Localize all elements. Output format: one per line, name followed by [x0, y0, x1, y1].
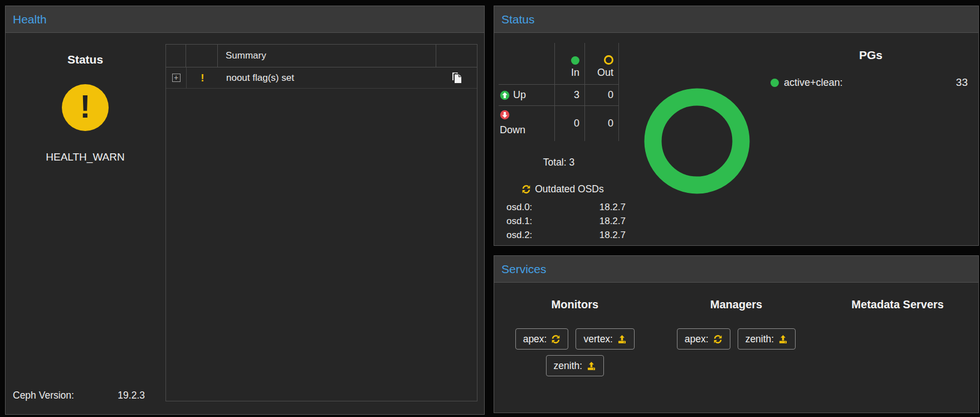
down-out-value: 0 — [584, 105, 619, 141]
refresh-icon — [551, 334, 560, 344]
health-panel-header: Health — [6, 6, 484, 33]
pgs-legend-row: active+clean: 33 — [762, 76, 980, 89]
service-badge-mgr-zenith[interactable]: zenith: — [738, 328, 796, 350]
pgs-title: PGs — [762, 49, 980, 62]
action-column-header — [436, 45, 477, 67]
service-badge-mgr-apex[interactable]: apex: — [677, 328, 730, 350]
service-badge-mon-apex[interactable]: apex: — [515, 328, 569, 350]
list-item: osd.0: 18.2.7 — [496, 200, 629, 214]
health-status-heading: Status — [6, 53, 165, 66]
health-panel: Health Status ! HEALTH_WARN Ceph Version… — [5, 6, 485, 415]
inout-in-header: In — [554, 43, 584, 84]
upload-icon — [617, 334, 627, 344]
service-badge-mon-vertex[interactable]: vertex: — [576, 328, 635, 350]
list-item: osd.1: 18.2.7 — [496, 214, 629, 228]
health-panel-title: Health — [13, 13, 47, 26]
table-row[interactable]: + ! noout flag(s) set — [166, 67, 477, 89]
upload-icon — [587, 361, 596, 371]
services-panel-body: Monitors apex: vertex: zenith: — [494, 283, 978, 413]
metadata-servers-column: Metadata Servers — [817, 283, 978, 413]
services-panel: Services Monitors apex: vertex: — [494, 255, 979, 413]
pgs-legend-value: 33 — [956, 76, 968, 89]
health-panel-body: Status ! HEALTH_WARN Ceph Version: 19.2.… — [6, 33, 484, 415]
up-out-value: 0 — [584, 84, 619, 105]
service-badge-mon-zenith[interactable]: zenith: — [546, 355, 604, 376]
services-panel-title: Services — [501, 263, 547, 276]
outdated-osds-block: Outdated OSDs osd.0: 18.2.7 osd.1: 18.2.… — [496, 183, 629, 242]
pgs-legend-label: active+clean: — [784, 77, 843, 89]
row-expand-button[interactable]: + — [166, 67, 187, 88]
upload-icon — [778, 334, 788, 344]
managers-services: apex: zenith: — [656, 328, 817, 350]
ceph-version-value: 19.2.3 — [84, 390, 145, 401]
out-ring-icon — [604, 55, 613, 65]
health-status-value: HEALTH_WARN — [6, 151, 165, 163]
inout-down-row-label: Down — [499, 105, 554, 141]
copy-button[interactable] — [436, 72, 477, 84]
metadata-servers-heading: Metadata Servers — [817, 298, 978, 311]
arrow-down-circle-icon — [500, 110, 510, 120]
monitors-services: apex: vertex: zenith: — [494, 328, 656, 376]
donut-ring — [642, 86, 752, 196]
managers-heading: Managers — [656, 298, 817, 311]
health-summary-grid: Summary + ! noout flag(s) set — [165, 44, 477, 401]
managers-column: Managers apex: zenith: — [656, 283, 817, 413]
inout-out-header: Out — [584, 43, 619, 84]
monitors-heading: Monitors — [494, 298, 656, 311]
osd-total: Total: 3 — [499, 157, 619, 168]
osd-inout-table: In Out Up 3 0 Down 0 — [499, 43, 619, 141]
severity-column-header — [186, 45, 218, 67]
in-dot-icon — [571, 56, 579, 65]
inout-corner-cell — [499, 43, 554, 84]
outdated-osds-title: Outdated OSDs — [496, 183, 629, 195]
copy-icon — [451, 72, 462, 84]
expand-column-header — [166, 45, 186, 67]
active-clean-dot-icon — [771, 79, 779, 87]
status-panel-body: In Out Up 3 0 Down 0 — [494, 33, 978, 246]
monitors-column: Monitors apex: vertex: zenith: — [494, 283, 656, 413]
services-panel-header: Services — [494, 256, 978, 283]
status-panel-header: Status — [494, 6, 978, 33]
refresh-icon — [521, 185, 531, 194]
up-in-value: 3 — [554, 84, 584, 105]
ceph-version-label: Ceph Version: — [13, 390, 74, 401]
status-panel: Status In Out Up 3 0 — [494, 6, 979, 246]
warning-exclamation-icon: ! — [187, 72, 218, 84]
summary-column-header: Summary — [218, 45, 436, 67]
pgs-block: PGs active+clean: 33 — [762, 49, 980, 89]
plus-expand-icon: + — [172, 74, 181, 82]
row-summary-text: noout flag(s) set — [218, 72, 436, 84]
down-in-value: 0 — [554, 105, 584, 141]
refresh-icon — [713, 334, 723, 344]
status-panel-title: Status — [501, 13, 535, 26]
ceph-dashboard: Health Status ! HEALTH_WARN Ceph Version… — [0, 0, 980, 417]
inout-up-row-label: Up — [499, 84, 554, 105]
summary-grid-header: Summary — [166, 45, 477, 67]
health-warning-icon: ! — [62, 84, 109, 131]
arrow-up-circle-icon — [500, 90, 510, 100]
pgs-donut-chart — [642, 86, 752, 196]
list-item: osd.2: 18.2.7 — [496, 228, 629, 242]
